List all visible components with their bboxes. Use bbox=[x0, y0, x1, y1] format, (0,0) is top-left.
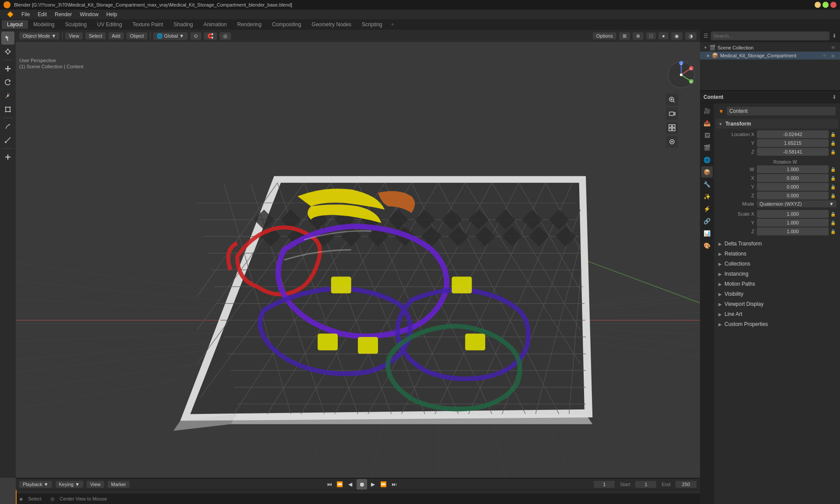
tool-select[interactable] bbox=[1, 32, 14, 45]
jump-start-button[interactable]: ⏮ bbox=[325, 480, 334, 489]
tab-modeling[interactable]: Modeling bbox=[28, 20, 60, 29]
prop-icon-render[interactable]: 🎥 bbox=[701, 105, 713, 116]
maximize-button[interactable] bbox=[822, 2, 829, 8]
rotation-z-value[interactable]: 0.000 bbox=[757, 192, 829, 200]
tab-rendering[interactable]: Rendering bbox=[232, 20, 266, 29]
location-y-value[interactable]: 1.65215 bbox=[757, 139, 829, 147]
playback-dropdown[interactable]: Playback ▼ bbox=[19, 481, 52, 488]
scale-y-value[interactable]: 1.000 bbox=[757, 219, 829, 227]
step-back2-button[interactable]: ◀ bbox=[346, 480, 355, 489]
pivot-control[interactable]: ⊙ bbox=[190, 32, 201, 40]
tab-add[interactable]: + bbox=[388, 20, 398, 29]
tool-annotate[interactable] bbox=[1, 120, 14, 133]
viewport-canvas[interactable]: User Perspective (1) Scene Collection | … bbox=[16, 42, 700, 478]
prop-icon-physics[interactable]: ⚡ bbox=[701, 203, 713, 214]
scale-z-value[interactable]: 1.000 bbox=[757, 228, 829, 235]
prop-icon-world[interactable]: 🌐 bbox=[701, 154, 713, 165]
minimize-button[interactable] bbox=[815, 2, 821, 8]
rotation-w-value[interactable]: 1.000 bbox=[757, 165, 829, 173]
play-stop-button[interactable]: ⏺ bbox=[357, 479, 367, 490]
tab-scripting[interactable]: Scripting bbox=[357, 20, 388, 29]
shading-material[interactable]: ◉ bbox=[671, 32, 682, 40]
keying-dropdown[interactable]: Keying ▼ bbox=[56, 481, 84, 488]
scale-z-lock[interactable]: 🔒 bbox=[830, 229, 836, 234]
prop-icon-object[interactable]: 📦 bbox=[701, 166, 713, 178]
prop-icon-modifiers[interactable]: 🔧 bbox=[701, 178, 713, 190]
rotation-x-lock[interactable]: 🔒 bbox=[830, 176, 836, 181]
proportional-edit[interactable]: ◎ bbox=[220, 32, 231, 40]
jump-end-button[interactable]: ⏭ bbox=[390, 480, 399, 489]
rotation-x-value[interactable]: 0.000 bbox=[757, 174, 829, 182]
outliner-medical-kit[interactable]: ▶ 📦 Medical_Kit_Storage_Compartment 👁 ◉ bbox=[700, 52, 840, 60]
tab-animation[interactable]: Animation bbox=[198, 20, 232, 29]
rotation-w-lock[interactable]: 🔒 bbox=[830, 167, 836, 172]
menu-file[interactable]: File bbox=[18, 10, 33, 18]
shading-render[interactable]: ◑ bbox=[685, 32, 696, 40]
tool-add[interactable] bbox=[1, 150, 14, 164]
step-back-button[interactable]: ⏪ bbox=[336, 480, 344, 489]
menu-edit[interactable]: Edit bbox=[34, 10, 50, 18]
play-button[interactable]: ▶ bbox=[369, 480, 378, 489]
medical-kit-eye-icon[interactable]: 👁 bbox=[821, 53, 828, 59]
location-y-lock[interactable]: 🔒 bbox=[830, 141, 836, 146]
object-name-input[interactable] bbox=[727, 107, 836, 116]
location-z-lock[interactable]: 🔒 bbox=[830, 150, 836, 154]
line-art-section[interactable]: ▶ Line Art bbox=[716, 309, 838, 319]
view-all-button[interactable] bbox=[666, 122, 678, 134]
shading-solid[interactable]: ● bbox=[658, 32, 668, 39]
properties-filter[interactable]: ⬇ bbox=[832, 94, 836, 100]
filter-icon[interactable]: ⬇ bbox=[832, 33, 836, 39]
tool-transform[interactable] bbox=[1, 103, 14, 116]
location-z-value[interactable]: -0.58141 bbox=[757, 148, 829, 156]
snap-control[interactable]: 🧲 bbox=[204, 32, 217, 40]
tab-compositing[interactable]: Compositing bbox=[267, 20, 307, 29]
timeline-view-dropdown[interactable]: View bbox=[87, 481, 104, 488]
scale-x-lock[interactable]: 🔒 bbox=[830, 212, 836, 217]
location-x-lock[interactable]: 🔒 bbox=[830, 132, 836, 137]
rotation-z-lock[interactable]: 🔒 bbox=[830, 193, 836, 198]
close-button[interactable] bbox=[830, 2, 836, 8]
menu-window[interactable]: Window bbox=[76, 10, 102, 18]
marker-dropdown[interactable]: Marker bbox=[108, 481, 130, 488]
rotation-y-lock[interactable]: 🔒 bbox=[830, 185, 836, 189]
prop-icon-view-layer[interactable]: 🖼 bbox=[701, 130, 713, 141]
outliner-search-input[interactable] bbox=[711, 32, 830, 40]
zoom-in-button[interactable] bbox=[666, 94, 678, 106]
view-render-button[interactable] bbox=[666, 136, 678, 148]
viewport-object-menu[interactable]: Object bbox=[126, 32, 147, 39]
rotation-mode-dropdown[interactable]: Quaternion (WXYZ) ▼ bbox=[757, 200, 836, 207]
current-frame-input[interactable] bbox=[594, 481, 615, 488]
prop-icon-scene[interactable]: 🎬 bbox=[701, 142, 713, 153]
viewport-select-menu[interactable]: Select bbox=[85, 32, 106, 39]
start-frame-input[interactable] bbox=[635, 481, 656, 488]
viewport-view-menu[interactable]: View bbox=[65, 32, 83, 39]
rotation-y-value[interactable]: 0.000 bbox=[757, 183, 829, 191]
viewport-3d[interactable]: Object Mode ▼ View Select Add Object 🌐 G… bbox=[16, 30, 700, 478]
viewport-gizmo[interactable]: X Y Z bbox=[666, 60, 696, 90]
view-camera-button[interactable] bbox=[666, 108, 678, 120]
end-frame-input[interactable] bbox=[676, 481, 696, 488]
scale-y-lock[interactable]: 🔒 bbox=[830, 220, 836, 225]
tool-cursor[interactable] bbox=[1, 45, 14, 58]
delta-transform-section[interactable]: ▶ Delta Transform bbox=[716, 239, 838, 248]
tab-geometry-nodes[interactable]: Geometry Nodes bbox=[306, 20, 357, 29]
collections-section[interactable]: ▶ Collections bbox=[716, 259, 838, 269]
relations-section[interactable]: ▶ Relations bbox=[716, 249, 838, 259]
step-forward-button[interactable]: ⏩ bbox=[379, 480, 388, 489]
viewport-display-section[interactable]: ▶ Viewport Display bbox=[716, 299, 838, 309]
tab-uv-editing[interactable]: UV Editing bbox=[92, 20, 127, 29]
transform-section-header[interactable]: ▼ Transform bbox=[716, 119, 838, 129]
instancing-section[interactable]: ▶ Instancing bbox=[716, 269, 838, 279]
scene-eye-icon[interactable]: 👁 bbox=[830, 45, 836, 50]
tool-measure[interactable] bbox=[1, 133, 14, 147]
scale-x-value[interactable]: 1.000 bbox=[757, 210, 829, 218]
prop-icon-data[interactable]: 📊 bbox=[701, 228, 713, 239]
prop-icon-material[interactable]: 🎨 bbox=[701, 240, 713, 251]
outliner-scene-collection[interactable]: ▼ 🎬 Scene Collection 👁 bbox=[700, 44, 840, 52]
custom-properties-section[interactable]: ▶ Custom Properties bbox=[716, 319, 838, 329]
menu-help[interactable]: Help bbox=[103, 10, 121, 18]
shading-wire[interactable]: □ bbox=[646, 32, 656, 39]
tab-texture-paint[interactable]: Texture Paint bbox=[127, 20, 168, 29]
medical-kit-camera-icon[interactable]: ◉ bbox=[830, 53, 836, 59]
object-mode-dropdown[interactable]: Object Mode ▼ bbox=[19, 32, 60, 39]
